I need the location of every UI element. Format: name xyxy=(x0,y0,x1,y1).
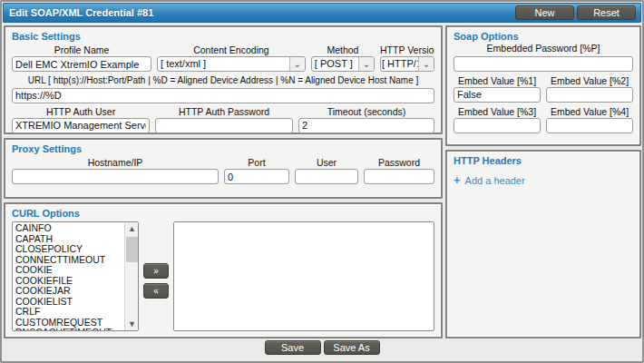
curl-options-listbox[interactable]: CAINFOCAPATHCLOSEPOLICYCONNECTTIMEOUTCOO… xyxy=(12,221,139,331)
selected-curl-options-box[interactable] xyxy=(173,221,434,331)
proxy-user-label: User xyxy=(295,157,358,169)
title-bar: Edit SOAP/XML Credential #81 New Reset xyxy=(3,3,641,23)
method-label: Method xyxy=(311,44,375,56)
timeout-input[interactable] xyxy=(298,118,434,133)
http-auth-user-label: HTTP Auth User xyxy=(12,106,150,118)
timeout-label: Timeout (seconds) xyxy=(298,106,434,118)
embed-value-1-input[interactable] xyxy=(454,87,541,103)
http-headers-panel: HTTP Headers + Add a header xyxy=(445,150,641,338)
content-encoding-select[interactable]: [ text/xml ] ⌄ xyxy=(157,56,306,72)
http-auth-password-input[interactable] xyxy=(155,118,293,133)
curl-options-title: CURL Options xyxy=(12,208,434,220)
curl-option-item[interactable]: CRLF xyxy=(15,307,123,318)
chevron-down-icon: ⌄ xyxy=(358,57,374,71)
http-auth-user-input[interactable] xyxy=(12,118,150,133)
basic-settings-title: Basic Settings xyxy=(12,31,434,43)
save-as-button[interactable]: Save As xyxy=(324,340,380,355)
edit-credential-window: Edit SOAP/XML Credential #81 New Reset B… xyxy=(0,0,644,363)
scroll-up-icon[interactable]: ▲ xyxy=(125,222,139,235)
proxy-password-input[interactable] xyxy=(364,169,434,184)
new-button[interactable]: New xyxy=(515,5,574,20)
proxy-settings-title: Proxy Settings xyxy=(12,143,434,155)
url-label: URL [ http(s)://Host:Port/Path | %D = Al… xyxy=(12,74,434,86)
listbox-scrollbar[interactable]: ▲ ▼ xyxy=(124,222,138,330)
embedded-password-input[interactable] xyxy=(454,56,633,72)
embed-value-4-input[interactable] xyxy=(546,118,633,133)
move-left-button[interactable]: « xyxy=(143,283,169,299)
chevron-down-icon: ⌄ xyxy=(418,57,434,71)
soap-options-title: Soap Options xyxy=(454,31,633,43)
embed-value-2-input[interactable] xyxy=(546,87,633,103)
http-auth-password-label: HTTP Auth Password xyxy=(155,106,293,118)
proxy-port-label: Port xyxy=(224,157,289,169)
proxy-user-input[interactable] xyxy=(295,169,358,184)
save-button[interactable]: Save xyxy=(265,340,321,355)
curl-option-item[interactable]: COOKIEJAR xyxy=(15,286,123,297)
proxy-settings-panel: Proxy Settings Hostname/IP Port User Pas… xyxy=(4,138,443,199)
curl-option-item[interactable]: CLOSEPOLICY xyxy=(15,244,123,255)
plus-icon: + xyxy=(454,175,461,186)
curl-options-panel: CURL Options CAINFOCAPATHCLOSEPOLICYCONN… xyxy=(4,202,443,338)
proxy-hostname-input[interactable] xyxy=(12,169,219,184)
content-encoding-label: Content Encoding xyxy=(157,44,306,56)
url-input[interactable] xyxy=(12,88,434,103)
curl-option-item[interactable]: COOKIE xyxy=(15,265,123,276)
proxy-password-label: Password xyxy=(364,157,434,169)
profile-name-label: Profile Name xyxy=(12,44,151,56)
profile-name-input[interactable] xyxy=(12,56,151,72)
embed-value-3-input[interactable] xyxy=(454,118,541,133)
http-headers-title: HTTP Headers xyxy=(454,155,633,167)
http-version-label: HTTP Version xyxy=(380,44,434,56)
chevron-down-icon: ⌄ xyxy=(289,57,305,71)
embedded-password-label: Embedded Password [%P] xyxy=(454,43,633,54)
reset-button[interactable]: Reset xyxy=(577,5,636,20)
method-select[interactable]: [ POST ] ⌄ xyxy=(311,56,375,72)
http-version-select[interactable]: [ HTTP/1.1 ] ⌄ xyxy=(380,56,434,72)
embed-value-1-label: Embed Value [%1] xyxy=(454,75,541,87)
embed-value-3-label: Embed Value [%3] xyxy=(454,106,541,118)
curl-option-item[interactable]: DNSCACHETIMEOUT xyxy=(15,328,123,331)
proxy-hostname-label: Hostname/IP xyxy=(12,157,219,169)
scrollbar-thumb[interactable] xyxy=(126,237,138,262)
embed-value-4-label: Embed Value [%4] xyxy=(546,106,633,118)
add-header-link[interactable]: + Add a header xyxy=(454,175,633,186)
curl-options-list: CAINFOCAPATHCLOSEPOLICYCONNECTTIMEOUTCOO… xyxy=(15,223,123,331)
add-header-label: Add a header xyxy=(465,175,525,186)
soap-options-panel: Soap Options Embedded Password [%P] Embe… xyxy=(445,25,641,146)
curl-option-item[interactable]: CAINFO xyxy=(15,223,123,234)
move-right-button[interactable]: » xyxy=(143,263,169,279)
proxy-port-input[interactable] xyxy=(224,169,289,184)
footer-bar: Save Save As xyxy=(2,340,642,355)
embed-value-2-label: Embed Value [%2] xyxy=(546,75,633,87)
basic-settings-panel: Basic Settings Profile Name Content Enco… xyxy=(4,25,443,134)
scroll-down-icon[interactable]: ▼ xyxy=(125,318,139,330)
page-title: Edit SOAP/XML Credential #81 xyxy=(4,7,515,18)
